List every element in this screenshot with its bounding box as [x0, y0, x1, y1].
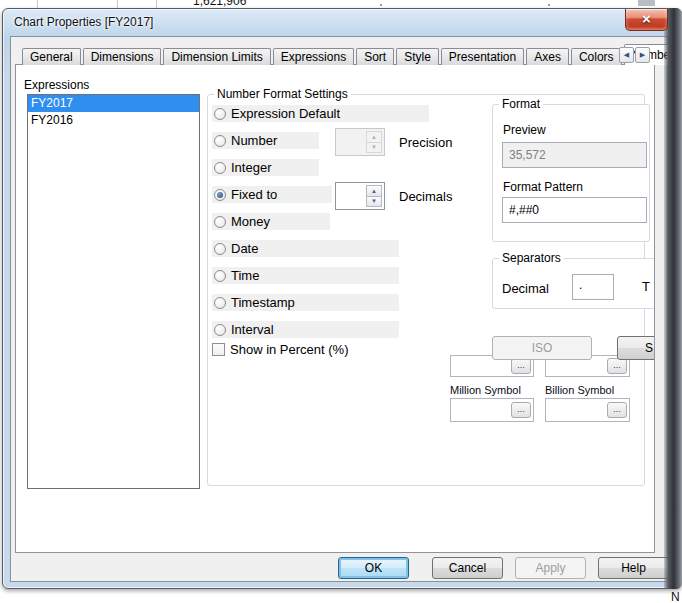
tab-scroll-arrows: ◀ ▶ [618, 47, 650, 63]
decimals-spinner[interactable]: ▲ ▼ [335, 182, 385, 210]
separators-group-label: Separators [499, 251, 564, 265]
tab-dimensions[interactable]: Dimensions [83, 48, 162, 65]
thousand-symbol-browse-button[interactable]: ... [607, 358, 627, 374]
format-pattern-label: Format Pattern [503, 180, 583, 194]
radio-label: Money [231, 214, 270, 229]
billion-symbol-field[interactable]: ... [545, 398, 630, 422]
radio-label: Timestamp [231, 295, 295, 310]
expression-item-fy2017[interactable]: FY2017 [28, 95, 199, 112]
tab-dimension-limits[interactable]: Dimension Limits [163, 48, 270, 65]
show-in-percent-row[interactable]: Show in Percent (%) [212, 342, 349, 357]
radio-row-fixed-to[interactable]: Fixed to [212, 186, 332, 203]
radio-row-expression-default[interactable]: Expression Default [212, 105, 429, 122]
precision-up-button[interactable]: ▲ [366, 131, 382, 143]
spinner-down-icon: ▼ [371, 198, 377, 204]
radio-button-icon[interactable] [214, 108, 226, 120]
tab-axes[interactable]: Axes [526, 48, 569, 65]
radio-button-icon[interactable] [214, 243, 226, 255]
radio-row-timestamp[interactable]: Timestamp [212, 294, 399, 311]
close-icon: × [642, 10, 651, 27]
ellipsis-icon: ... [613, 360, 621, 370]
cancel-button[interactable]: Cancel [432, 557, 503, 579]
show-in-percent-label: Show in Percent (%) [230, 342, 349, 357]
background-cell-value: 1,621,906 [193, 0, 246, 8]
expression-item-fy2016[interactable]: FY2016 [28, 112, 199, 129]
radio-button-icon[interactable] [214, 216, 226, 228]
help-button[interactable]: Help [598, 557, 669, 579]
background-partial-text: N [671, 590, 680, 603]
tab-strip: GeneralDimensionsDimension LimitsExpress… [22, 44, 682, 65]
format-group-label: Format [499, 97, 543, 111]
symbol-button-partial[interactable]: S [617, 336, 655, 360]
radio-label: Date [231, 241, 258, 256]
radio-row-date[interactable]: Date [212, 240, 399, 257]
symbol-browse-button[interactable]: ... [511, 358, 531, 374]
precision-down-button[interactable]: ▼ [366, 143, 382, 154]
tab-style[interactable]: Style [396, 48, 439, 65]
radio-label: Interval [231, 322, 274, 337]
expressions-list[interactable]: FY2017FY2016 [27, 94, 200, 489]
million-symbol-browse-button[interactable]: ... [511, 402, 531, 418]
radio-label: Expression Default [231, 106, 340, 121]
show-in-percent-checkbox[interactable] [212, 343, 225, 356]
radio-row-number[interactable]: Number [212, 132, 319, 149]
radio-button-icon[interactable] [214, 189, 226, 201]
format-pattern-field[interactable]: #,##0 [502, 197, 647, 223]
radio-label: Time [231, 268, 259, 283]
radio-button-icon[interactable] [214, 135, 226, 147]
expressions-label: Expressions [24, 78, 89, 92]
tab-colors[interactable]: Colors [571, 48, 622, 65]
grid-line [117, 0, 118, 8]
tab-sort[interactable]: Sort [356, 48, 394, 65]
million-symbol-field[interactable]: ... [450, 398, 534, 422]
ellipsis-icon: ... [613, 404, 621, 414]
decimals-label: Decimals [399, 189, 452, 204]
radio-row-interval[interactable]: Interval [212, 321, 399, 338]
tab-presentation[interactable]: Presentation [441, 48, 524, 65]
radio-row-integer[interactable]: Integer [212, 159, 319, 176]
radio-label: Fixed to [231, 187, 277, 202]
apply-button[interactable]: Apply [515, 557, 586, 579]
close-button[interactable]: × [625, 9, 668, 31]
radio-button-icon[interactable] [214, 324, 226, 336]
decimals-down-button[interactable]: ▼ [366, 197, 382, 208]
decimals-up-button[interactable]: ▲ [366, 185, 382, 197]
thousand-separator-label-partial: T [642, 279, 650, 294]
spinner-down-icon: ▼ [371, 144, 377, 150]
tab-expressions[interactable]: Expressions [273, 48, 354, 65]
arrow-right-icon: ▶ [640, 51, 645, 59]
grid-dot [380, 4, 382, 6]
number-format-settings-group-label: Number Format Settings [214, 87, 351, 101]
radio-label: Integer [231, 160, 271, 175]
decimal-separator-field[interactable]: . [572, 274, 614, 300]
ellipsis-icon: ... [517, 360, 525, 370]
grid-dot [548, 4, 550, 6]
radio-label: Number [231, 133, 277, 148]
billion-symbol-label: Billion Symbol [545, 384, 614, 396]
radio-button-icon[interactable] [214, 297, 226, 309]
dialog-client-area: GeneralDimensionsDimension LimitsExpress… [10, 36, 668, 582]
dialog-title: Chart Properties [FY2017] [14, 15, 153, 29]
grid-line [156, 0, 157, 8]
decimal-separator-label: Decimal [502, 281, 549, 296]
tab-scroll-left-button[interactable]: ◀ [619, 47, 634, 63]
spinner-up-icon: ▲ [371, 134, 377, 140]
background-scrollbar-fragment [638, 0, 655, 6]
million-symbol-label: Million Symbol [450, 384, 521, 396]
tab-scroll-right-button[interactable]: ▶ [635, 47, 650, 63]
radio-row-money[interactable]: Money [212, 213, 330, 230]
radio-button-icon[interactable] [214, 270, 226, 282]
background-bottom-strip: N [0, 589, 682, 603]
billion-symbol-browse-button[interactable]: ... [607, 402, 627, 418]
ok-button[interactable]: OK [338, 557, 409, 579]
arrow-left-icon: ◀ [624, 51, 629, 59]
radio-button-icon[interactable] [214, 162, 226, 174]
tab-general[interactable]: General [22, 48, 81, 65]
window-right-edge-shadow [664, 8, 682, 589]
radio-row-time[interactable]: Time [212, 267, 399, 284]
spinner-up-icon: ▲ [371, 188, 377, 194]
precision-spinner: ▲ ▼ [335, 128, 385, 156]
preview-field: 35,572 [502, 142, 647, 168]
iso-button[interactable]: ISO [492, 336, 592, 360]
background-table-strip: 1,621,906 [0, 0, 682, 8]
